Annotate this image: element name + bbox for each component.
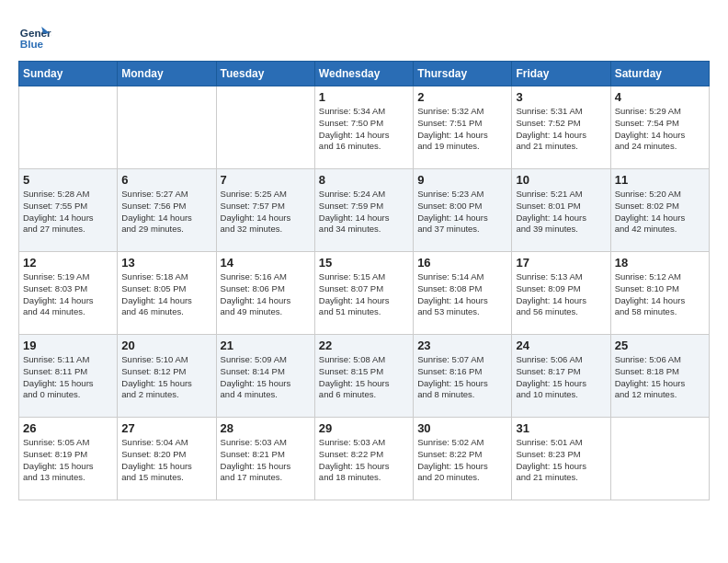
day-number: 13 [121,256,211,270]
calendar-cell [118,86,216,169]
calendar-week-0: 1Sunrise: 5:34 AM Sunset: 7:50 PM Daylig… [19,86,710,169]
weekday-header-wednesday: Wednesday [314,62,413,86]
weekday-header-saturday: Saturday [610,62,709,86]
calendar-cell: 23Sunrise: 5:07 AM Sunset: 8:16 PM Dayli… [414,335,512,418]
calendar-cell: 31Sunrise: 5:01 AM Sunset: 8:23 PM Dayli… [512,418,610,500]
calendar-week-2: 12Sunrise: 5:19 AM Sunset: 8:03 PM Dayli… [19,252,710,335]
day-number: 19 [23,339,113,352]
day-number: 20 [121,339,211,352]
day-detail: Sunrise: 5:29 AM Sunset: 7:54 PM Dayligh… [615,106,705,153]
day-detail: Sunrise: 5:20 AM Sunset: 8:02 PM Dayligh… [615,189,705,236]
calendar-cell: 22Sunrise: 5:08 AM Sunset: 8:15 PM Dayli… [314,335,413,418]
day-number: 14 [221,256,311,270]
calendar-cell [610,418,709,500]
day-number: 15 [319,256,409,270]
day-number: 4 [615,90,705,104]
calendar-cell: 18Sunrise: 5:12 AM Sunset: 8:10 PM Dayli… [610,252,709,335]
calendar-cell: 26Sunrise: 5:05 AM Sunset: 8:19 PM Dayli… [19,418,118,500]
calendar-cell: 10Sunrise: 5:21 AM Sunset: 8:01 PM Dayli… [512,169,610,252]
day-detail: Sunrise: 5:02 AM Sunset: 8:22 PM Dayligh… [417,437,507,484]
day-number: 11 [615,173,705,187]
calendar-cell: 2Sunrise: 5:32 AM Sunset: 7:51 PM Daylig… [414,86,512,169]
day-number: 29 [319,421,409,435]
day-number: 17 [516,256,606,270]
day-detail: Sunrise: 5:21 AM Sunset: 8:01 PM Dayligh… [516,189,606,236]
day-detail: Sunrise: 5:14 AM Sunset: 8:08 PM Dayligh… [417,271,507,318]
day-number: 12 [23,256,113,270]
day-number: 7 [221,173,311,187]
day-detail: Sunrise: 5:16 AM Sunset: 8:06 PM Dayligh… [221,271,311,318]
calendar-cell: 25Sunrise: 5:06 AM Sunset: 8:18 PM Dayli… [610,335,709,418]
day-detail: Sunrise: 5:32 AM Sunset: 7:51 PM Dayligh… [417,106,507,153]
day-number: 16 [417,256,507,270]
svg-text:Blue: Blue [20,38,44,50]
page-header: General Blue [18,18,710,52]
day-detail: Sunrise: 5:03 AM Sunset: 8:21 PM Dayligh… [221,437,311,484]
day-number: 8 [319,173,409,187]
day-number: 27 [121,421,211,435]
calendar-cell: 29Sunrise: 5:03 AM Sunset: 8:22 PM Dayli… [314,418,413,500]
calendar-cell: 12Sunrise: 5:19 AM Sunset: 8:03 PM Dayli… [19,252,118,335]
calendar-cell: 19Sunrise: 5:11 AM Sunset: 8:11 PM Dayli… [19,335,118,418]
weekday-header-thursday: Thursday [414,62,512,86]
day-number: 24 [516,339,606,352]
calendar-header: SundayMondayTuesdayWednesdayThursdayFrid… [19,62,710,86]
calendar-week-3: 19Sunrise: 5:11 AM Sunset: 8:11 PM Dayli… [19,335,710,418]
day-number: 23 [417,339,507,352]
weekday-header-monday: Monday [118,62,216,86]
calendar-cell: 11Sunrise: 5:20 AM Sunset: 8:02 PM Dayli… [610,169,709,252]
day-detail: Sunrise: 5:13 AM Sunset: 8:09 PM Dayligh… [516,271,606,318]
day-detail: Sunrise: 5:11 AM Sunset: 8:11 PM Dayligh… [23,354,113,401]
calendar-cell: 20Sunrise: 5:10 AM Sunset: 8:12 PM Dayli… [118,335,216,418]
day-detail: Sunrise: 5:27 AM Sunset: 7:56 PM Dayligh… [121,189,211,236]
day-number: 1 [319,90,409,104]
day-detail: Sunrise: 5:15 AM Sunset: 8:07 PM Dayligh… [319,271,409,318]
calendar-cell: 30Sunrise: 5:02 AM Sunset: 8:22 PM Dayli… [414,418,512,500]
calendar-cell: 9Sunrise: 5:23 AM Sunset: 8:00 PM Daylig… [414,169,512,252]
calendar-cell: 5Sunrise: 5:28 AM Sunset: 7:55 PM Daylig… [19,169,118,252]
day-detail: Sunrise: 5:31 AM Sunset: 7:52 PM Dayligh… [516,106,606,153]
day-number: 25 [615,339,705,352]
calendar-cell [216,86,314,169]
day-detail: Sunrise: 5:12 AM Sunset: 8:10 PM Dayligh… [615,271,705,318]
calendar-cell: 7Sunrise: 5:25 AM Sunset: 7:57 PM Daylig… [216,169,314,252]
day-number: 2 [417,90,507,104]
weekday-header-sunday: Sunday [19,62,118,86]
day-detail: Sunrise: 5:06 AM Sunset: 8:17 PM Dayligh… [516,354,606,401]
calendar-cell: 15Sunrise: 5:15 AM Sunset: 8:07 PM Dayli… [314,252,413,335]
calendar-cell: 28Sunrise: 5:03 AM Sunset: 8:21 PM Dayli… [216,418,314,500]
calendar-cell: 24Sunrise: 5:06 AM Sunset: 8:17 PM Dayli… [512,335,610,418]
day-detail: Sunrise: 5:05 AM Sunset: 8:19 PM Dayligh… [23,437,113,484]
calendar-table: SundayMondayTuesdayWednesdayThursdayFrid… [18,61,710,500]
calendar-cell: 6Sunrise: 5:27 AM Sunset: 7:56 PM Daylig… [118,169,216,252]
weekday-header-friday: Friday [512,62,610,86]
day-number: 21 [221,339,311,352]
logo: General Blue [18,18,51,52]
day-number: 18 [615,256,705,270]
day-number: 9 [417,173,507,187]
day-detail: Sunrise: 5:09 AM Sunset: 8:14 PM Dayligh… [221,354,311,401]
day-detail: Sunrise: 5:06 AM Sunset: 8:18 PM Dayligh… [615,354,705,401]
calendar-week-4: 26Sunrise: 5:05 AM Sunset: 8:19 PM Dayli… [19,418,710,500]
logo-icon: General Blue [18,18,51,52]
day-detail: Sunrise: 5:28 AM Sunset: 7:55 PM Dayligh… [23,189,113,236]
day-detail: Sunrise: 5:04 AM Sunset: 8:20 PM Dayligh… [121,437,211,484]
calendar-cell: 8Sunrise: 5:24 AM Sunset: 7:59 PM Daylig… [314,169,413,252]
calendar-cell: 16Sunrise: 5:14 AM Sunset: 8:08 PM Dayli… [414,252,512,335]
calendar-week-1: 5Sunrise: 5:28 AM Sunset: 7:55 PM Daylig… [19,169,710,252]
day-number: 26 [23,421,113,435]
day-detail: Sunrise: 5:03 AM Sunset: 8:22 PM Dayligh… [319,437,409,484]
calendar-cell: 3Sunrise: 5:31 AM Sunset: 7:52 PM Daylig… [512,86,610,169]
day-detail: Sunrise: 5:18 AM Sunset: 8:05 PM Dayligh… [121,271,211,318]
day-number: 5 [23,173,113,187]
day-number: 22 [319,339,409,352]
day-number: 28 [221,421,311,435]
day-detail: Sunrise: 5:25 AM Sunset: 7:57 PM Dayligh… [221,189,311,236]
calendar-cell: 1Sunrise: 5:34 AM Sunset: 7:50 PM Daylig… [314,86,413,169]
day-detail: Sunrise: 5:23 AM Sunset: 8:00 PM Dayligh… [417,189,507,236]
calendar-body: 1Sunrise: 5:34 AM Sunset: 7:50 PM Daylig… [19,86,710,500]
day-number: 6 [121,173,211,187]
day-number: 31 [516,421,606,435]
day-number: 30 [417,421,507,435]
day-detail: Sunrise: 5:08 AM Sunset: 8:15 PM Dayligh… [319,354,409,401]
